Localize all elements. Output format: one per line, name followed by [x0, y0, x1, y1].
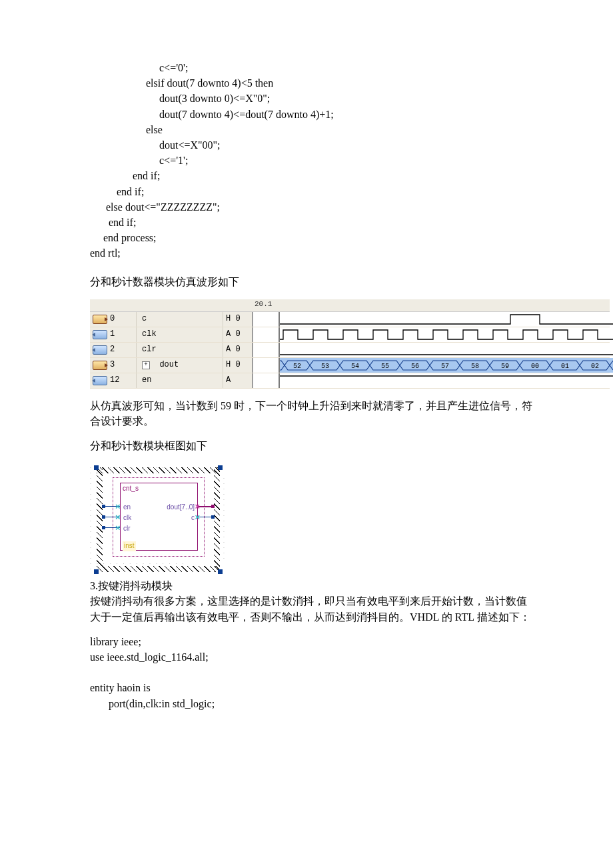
bus-value: 55: [381, 363, 389, 370]
port-c: c: [191, 513, 195, 523]
wave-clk: [280, 327, 613, 342]
signal-value: A 0: [223, 343, 253, 357]
section3-body: 按键消抖动有很多方案，这里选择的是计数消抖，即只当有效电平到来后开始计数，当计数…: [90, 593, 533, 624]
waveform-figure: 20.1 0 c H 0 1 clk A 0: [90, 299, 610, 389]
signal-value: H 0: [223, 312, 253, 327]
bus-value: 02: [591, 363, 599, 370]
bus-value: 58: [471, 363, 479, 370]
output-pin-icon: [93, 361, 107, 370]
bus-value: 56: [411, 363, 419, 370]
expand-icon[interactable]: +: [142, 361, 150, 369]
signal-name: clr: [137, 343, 223, 357]
signal-name: dout: [159, 359, 179, 371]
section3-title: 3.按键消抖动模块: [90, 578, 533, 593]
wave-row-dout: 3 + dout H 0 5253545556575859000102: [90, 358, 610, 373]
signal-name: en: [137, 373, 223, 388]
signal-value: A: [223, 373, 253, 388]
bus-value: 59: [501, 363, 509, 370]
port-clk: clk: [123, 513, 131, 523]
wave-en: [280, 373, 613, 388]
wave-c: [280, 312, 613, 327]
port-en: en: [123, 503, 131, 513]
waveform-description: 从仿真波形可知，当计数到 59 时，下一个时钟上升沿到来时就清零了，并且产生进位…: [90, 398, 533, 429]
waveform-title: 分和秒计数器模块仿真波形如下: [90, 274, 533, 289]
wave-row-en: 12 en A: [90, 373, 610, 389]
wave-dout-bus: 5253545556575859000102: [280, 358, 613, 373]
block-diagram-title: 分和秒计数模块框图如下: [90, 438, 533, 453]
signal-value: H 0: [223, 358, 253, 373]
wave-row-clr: 2 clr A 0: [90, 343, 610, 358]
document-page: c<='0'; elsif dout(7 downto 4)<5 then do…: [0, 0, 613, 765]
port-dout: dout[7..0]: [167, 503, 195, 513]
bus-value: 01: [561, 363, 569, 370]
block-diagram-figure: · · · · · · · · · · · · · · · · · · · · …: [90, 465, 227, 574]
instance-label: inst: [123, 541, 136, 551]
wave-row-c: 0 c H 0: [90, 312, 610, 327]
wave-clr: [280, 343, 613, 357]
wave-row-clk: 1 clk A 0: [90, 327, 610, 343]
bus-value: 53: [321, 363, 329, 370]
input-pin-icon: [93, 376, 107, 385]
signal-value: A 0: [223, 327, 253, 342]
time-tick-label: 20.1: [253, 299, 280, 311]
input-pin-icon: [93, 330, 107, 339]
vhdl-code-bottom: library ieee; use ieee.std_logic_1164.al…: [90, 634, 533, 711]
output-pin-icon: [93, 315, 107, 324]
signal-name: c: [137, 312, 223, 327]
vhdl-code-top: c<='0'; elsif dout(7 downto 4)<5 then do…: [90, 60, 533, 261]
port-clr: clr: [123, 524, 131, 534]
module-name: cnt_s: [123, 484, 139, 494]
bus-value: 57: [441, 363, 449, 370]
signal-name: clk: [137, 327, 223, 342]
bus-value: 54: [351, 363, 359, 370]
input-pin-icon: [93, 345, 107, 355]
bus-value: 52: [293, 363, 301, 370]
bus-value: 00: [531, 363, 539, 370]
